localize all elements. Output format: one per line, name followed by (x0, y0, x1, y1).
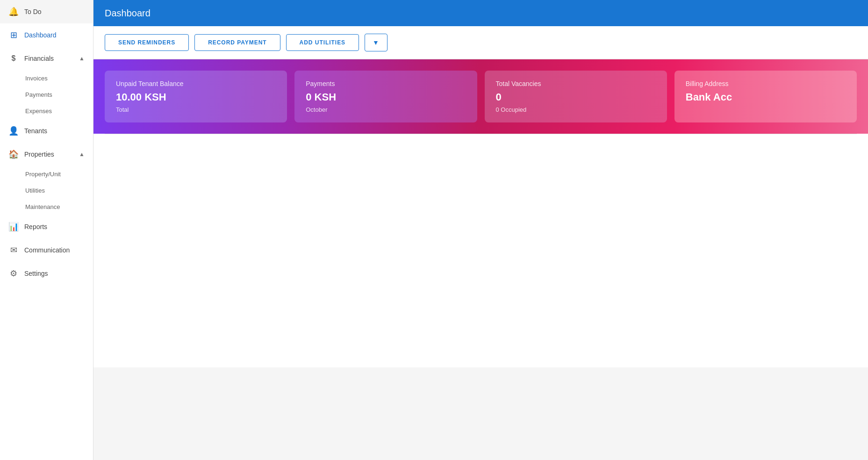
sidebar: 🔔 To Do ⊞ Dashboard $ Financials ▲ Invoi… (0, 0, 93, 460)
reports-icon: 📊 (8, 222, 19, 232)
sidebar-label-property-unit: Property/Unit (25, 171, 61, 178)
sidebar-label-invoices: Invoices (25, 75, 48, 82)
top-header: Dashboard (93, 0, 868, 26)
main-content: Dashboard SEND REMINDERS RECORD PAYMENT … (93, 0, 868, 460)
sidebar-label-tenants: Tenants (24, 127, 85, 135)
stat-value-payments: 0 KSH (306, 91, 466, 103)
stat-card-billing: Billing Address Bank Acc (674, 71, 857, 122)
stat-sub-unpaid: Total (116, 106, 276, 113)
sidebar-label-payments: Payments (25, 91, 52, 98)
sidebar-label-properties: Properties (24, 151, 73, 158)
stat-value-billing: Bank Acc (686, 91, 846, 103)
sidebar-item-maintenance[interactable]: Maintenance (0, 199, 93, 215)
stat-value-unpaid: 10.00 KSH (116, 91, 276, 103)
settings-icon: ⚙ (8, 268, 19, 279)
stat-title-unpaid: Unpaid Tenant Balance (116, 80, 276, 87)
card-footer-billing (674, 134, 857, 162)
stat-title-billing: Billing Address (686, 80, 846, 87)
more-options-dropdown[interactable]: ▼ (365, 34, 387, 51)
sidebar-label-dashboard: Dashboard (24, 31, 85, 39)
stat-card-unpaid-balance: Unpaid Tenant Balance 10.00 KSH Total (105, 71, 287, 122)
sidebar-item-expenses[interactable]: Expenses (0, 103, 93, 119)
sidebar-item-reports[interactable]: 📊 Reports (0, 215, 93, 238)
sidebar-item-tenants[interactable]: 👤 Tenants (0, 119, 93, 143)
dashboard-icon: ⊞ (8, 30, 19, 40)
sidebar-item-communication[interactable]: ✉ Communication (0, 238, 93, 262)
sidebar-label-settings: Settings (24, 270, 85, 277)
sidebar-label-reports: Reports (24, 223, 85, 230)
stat-sub-payments: October (306, 106, 466, 113)
sidebar-item-utilities[interactable]: Utilities (0, 182, 93, 199)
sidebar-label-maintenance: Maintenance (25, 203, 60, 210)
send-reminders-button[interactable]: SEND REMINDERS (105, 34, 189, 51)
stat-card-vacancies: Total Vacancies 0 0 Occupied (485, 71, 667, 122)
sidebar-label-expenses: Expenses (25, 108, 52, 115)
stat-sub-vacancies: 0 Occupied (496, 106, 656, 113)
sidebar-item-todo[interactable]: 🔔 To Do (0, 0, 93, 23)
record-payment-button[interactable]: RECORD PAYMENT (194, 34, 280, 51)
stat-title-vacancies: Total Vacancies (496, 80, 656, 87)
sidebar-label-todo: To Do (24, 8, 85, 15)
action-toolbar: SEND REMINDERS RECORD PAYMENT ADD UTILIT… (93, 26, 868, 59)
properties-expand-icon: ▲ (79, 151, 85, 158)
sidebar-item-property-unit[interactable]: Property/Unit (0, 166, 93, 182)
sidebar-label-financials: Financials (24, 55, 73, 62)
dashboard-lower (93, 134, 868, 367)
sidebar-label-communication: Communication (24, 246, 85, 254)
dashboard-content: Unpaid Tenant Balance 10.00 KSH Total Pa… (93, 59, 868, 460)
tenants-icon: 👤 (8, 126, 19, 136)
add-utilities-button[interactable]: ADD UTILITIES (286, 34, 359, 51)
communication-icon: ✉ (8, 245, 19, 255)
sidebar-item-settings[interactable]: ⚙ Settings (0, 262, 93, 285)
financials-expand-icon: ▲ (79, 55, 85, 62)
sidebar-item-financials[interactable]: $ Financials ▲ (0, 47, 93, 70)
sidebar-item-invoices[interactable]: Invoices (0, 70, 93, 86)
stat-title-payments: Payments (306, 80, 466, 87)
financials-icon: $ (8, 53, 19, 64)
stats-banner: Unpaid Tenant Balance 10.00 KSH Total Pa… (93, 59, 868, 134)
properties-icon: 🏠 (8, 149, 19, 159)
sidebar-label-utilities: Utilities (25, 187, 45, 194)
card-footer-vacancies (485, 134, 667, 162)
sidebar-item-dashboard[interactable]: ⊞ Dashboard (0, 23, 93, 47)
stat-value-vacancies: 0 (496, 91, 656, 103)
sidebar-item-properties[interactable]: 🏠 Properties ▲ (0, 143, 93, 166)
chevron-down-icon: ▼ (373, 39, 380, 46)
sidebar-item-payments[interactable]: Payments (0, 86, 93, 103)
page-title: Dashboard (105, 8, 151, 19)
card-footer-unpaid (105, 134, 287, 162)
stat-card-payments: Payments 0 KSH October (294, 71, 477, 122)
card-footer-payments (294, 134, 477, 162)
card-footer-row (105, 134, 857, 162)
bell-icon: 🔔 (8, 7, 19, 17)
